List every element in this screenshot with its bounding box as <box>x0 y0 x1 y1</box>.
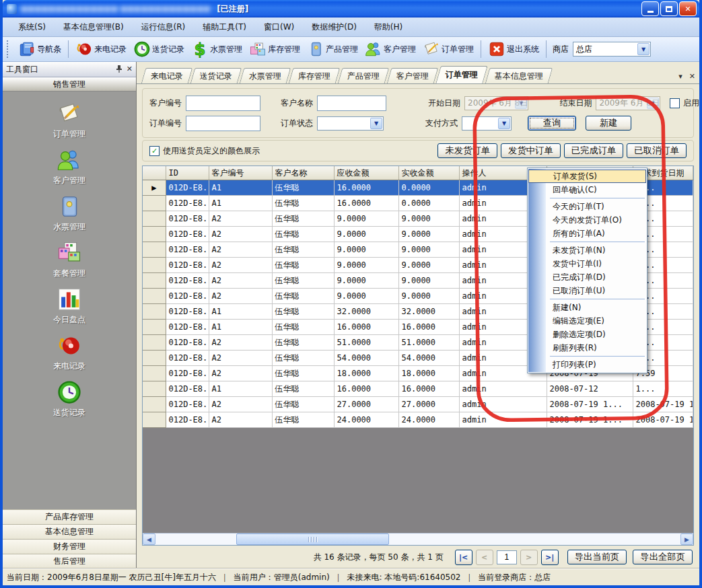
context-menu-item[interactable]: 所有的订单(A) <box>528 227 646 240</box>
tab-4[interactable]: 产品管理 <box>338 68 390 83</box>
status-filter-button[interactable]: 已取消订单 <box>627 143 687 158</box>
tab-5[interactable]: 客户管理 <box>387 68 439 83</box>
toolbar-grip[interactable] <box>7 40 11 58</box>
row-selector[interactable] <box>143 304 166 320</box>
scrollbar-thumb[interactable] <box>236 534 389 545</box>
color-display-checkbox[interactable]: ✓ <box>149 146 160 156</box>
shop-select[interactable]: 总店 ▼ <box>573 42 651 57</box>
start-date-picker[interactable]: 2009年 6月 8日 ▼ <box>464 96 528 110</box>
next-page-button[interactable]: > <box>520 550 538 565</box>
toolbar-button[interactable]: 客户管理 <box>361 39 419 59</box>
sidebar-item[interactable]: 送货记录 <box>53 379 85 418</box>
context-menu-item[interactable]: 打印列表(P) <box>528 358 646 371</box>
row-selector[interactable] <box>143 397 166 412</box>
context-menu-item[interactable]: 未发货订单(N) <box>528 244 646 257</box>
context-menu-item[interactable]: 回单确认(C) <box>528 183 646 196</box>
customer-no-input[interactable] <box>186 96 260 111</box>
context-menu-item[interactable]: 今天的订单(T) <box>528 200 646 213</box>
sidebar-item[interactable]: 订单管理 <box>53 101 85 140</box>
toolbar-button[interactable]: 订单管理 <box>419 39 477 59</box>
sidebar-group-sales[interactable]: 销售管理 <box>3 77 136 91</box>
tab-1[interactable]: 送货记录 <box>190 68 242 83</box>
column-header[interactable]: 实收金额 <box>398 166 459 180</box>
row-selector[interactable] <box>143 366 166 381</box>
status-filter-button[interactable]: 发货中订单 <box>501 143 561 158</box>
menu-item[interactable]: 辅助工具(T) <box>194 19 255 36</box>
context-menu-item[interactable]: 今天的发货订单(O) <box>528 213 646 227</box>
customer-name-input[interactable] <box>317 96 386 111</box>
export-current-page-button[interactable]: 导出当前页 <box>567 550 627 564</box>
toolbar-button[interactable]: 导航条 <box>15 39 65 59</box>
row-selector[interactable] <box>143 381 166 397</box>
row-selector[interactable] <box>143 196 166 211</box>
row-selector[interactable] <box>143 211 166 227</box>
menu-item[interactable]: 帮助(H) <box>365 19 411 36</box>
tab-2[interactable]: 水票管理 <box>240 68 291 83</box>
page-number-input[interactable] <box>497 550 517 564</box>
close-button[interactable]: ✕ <box>679 1 697 16</box>
maximize-button[interactable] <box>660 1 678 16</box>
sidebar-item[interactable]: 套餐管理 <box>53 240 85 279</box>
row-selector[interactable] <box>143 289 166 304</box>
scrollbar-track[interactable] <box>155 534 680 545</box>
table-row[interactable]: 012D-E8...A1伍华聪16.000016.0000admin2008-0… <box>143 381 693 397</box>
column-header[interactable]: 客户名称 <box>272 166 334 180</box>
context-menu-item[interactable]: 新建(N) <box>528 301 646 314</box>
toolbar-button[interactable]: 送货记录 <box>130 39 188 59</box>
sidebar-item[interactable]: 来电记录 <box>53 333 85 372</box>
context-menu-item[interactable]: 已完成订单(D) <box>528 270 646 284</box>
table-row[interactable]: 012D-E8...A2伍华聪27.000027.0000admin2008-0… <box>143 397 693 412</box>
first-page-button[interactable]: |< <box>455 550 472 565</box>
tab-7[interactable]: 基本信息管理 <box>485 68 553 83</box>
toolbar-button[interactable]: 来电记录 <box>72 39 130 59</box>
menu-item[interactable]: 系统(S) <box>9 19 55 36</box>
row-selector[interactable] <box>143 258 166 273</box>
minimize-button[interactable] <box>641 1 659 16</box>
menu-item[interactable]: 基本信息管理(B) <box>55 19 133 36</box>
sidebar-group-button[interactable]: 售后管理 <box>3 554 136 568</box>
toolbar-button[interactable]: 库存管理 <box>246 39 304 59</box>
pin-icon[interactable] <box>116 65 122 75</box>
toolbar-button[interactable]: $水票管理 <box>188 39 246 59</box>
row-selector[interactable] <box>143 351 166 366</box>
export-all-pages-button[interactable]: 导出全部页 <box>633 550 693 564</box>
horizontal-scrollbar[interactable]: ◀ ▶ <box>143 533 693 545</box>
pay-method-select[interactable]: ▼ <box>462 116 512 131</box>
context-menu-item[interactable]: 订单发货(S) <box>528 170 646 183</box>
new-button[interactable]: 新建 <box>586 116 631 131</box>
menu-item[interactable]: 数据维护(D) <box>303 19 365 36</box>
row-selector[interactable] <box>143 412 166 428</box>
tab-3[interactable]: 库存管理 <box>289 68 341 83</box>
sidebar-group-button[interactable]: 产品库存管理 <box>3 509 136 524</box>
close-icon[interactable]: ✕ <box>127 65 133 75</box>
context-menu-item[interactable]: 编辑选定项(E) <box>528 314 646 328</box>
row-selector[interactable] <box>143 335 166 351</box>
toolbar-button[interactable]: 产品管理 <box>304 39 361 59</box>
enable-checkbox[interactable] <box>670 98 680 108</box>
sidebar-item[interactable]: 客户管理 <box>53 147 85 186</box>
order-no-input[interactable] <box>186 116 260 131</box>
scroll-right-icon[interactable]: ▶ <box>680 534 693 545</box>
chevron-down-icon[interactable]: ▼ <box>637 43 650 55</box>
row-selector[interactable]: ▶ <box>143 180 166 196</box>
tab-close-icon[interactable]: ✕ <box>689 72 695 81</box>
column-header[interactable]: 客户编号 <box>209 166 272 180</box>
sidebar-group-button[interactable]: 财务管理 <box>3 539 136 554</box>
menu-item[interactable]: 窗口(W) <box>255 19 303 36</box>
row-selector[interactable] <box>143 320 166 335</box>
row-selector[interactable] <box>143 227 166 242</box>
tab-scroll-down-icon[interactable]: ▾ <box>678 72 682 81</box>
tab-active[interactable]: 订单管理 <box>435 66 487 83</box>
row-selector[interactable] <box>143 242 166 258</box>
sidebar-item[interactable]: 水票管理 <box>53 194 85 233</box>
chevron-down-icon[interactable]: ▼ <box>370 118 382 129</box>
status-filter-button[interactable]: 未发货订单 <box>437 143 497 158</box>
toolbar-button[interactable]: 退出系统 <box>485 39 542 59</box>
context-menu-item[interactable]: 删除选定项(D) <box>528 328 646 341</box>
row-selector[interactable] <box>143 273 166 289</box>
sidebar-item[interactable]: 今日盘点 <box>53 287 85 326</box>
column-header[interactable]: ID <box>166 166 209 180</box>
order-status-select[interactable]: ▼ <box>317 116 384 131</box>
last-page-button[interactable]: >| <box>541 550 559 565</box>
context-menu-item[interactable]: 已取消订单(U) <box>528 284 646 297</box>
